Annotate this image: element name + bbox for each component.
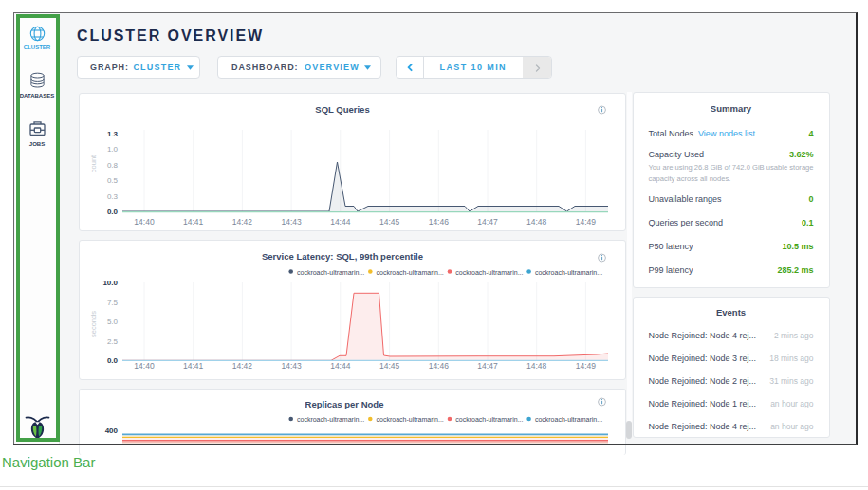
svg-text:10.0: 10.0 xyxy=(102,279,118,287)
svg-text:14:43: 14:43 xyxy=(281,217,302,227)
svg-text:14:47: 14:47 xyxy=(477,361,498,371)
svg-text:0.0: 0.0 xyxy=(107,356,119,365)
svg-text:Replicas per Node: Replicas per Node xyxy=(305,399,384,409)
svg-text:cockroach-ultramarin...: cockroach-ultramarin... xyxy=(455,269,523,276)
svg-text:cockroach-ultramarin...: cockroach-ultramarin... xyxy=(297,269,364,276)
svg-text:14:41: 14:41 xyxy=(183,217,204,227)
svg-text:14:49: 14:49 xyxy=(576,217,597,227)
svg-text:SQL Queries: SQL Queries xyxy=(315,104,369,115)
svg-text:0.8: 0.8 xyxy=(107,161,119,170)
svg-text:2.5: 2.5 xyxy=(107,337,119,346)
svg-text:14:49: 14:49 xyxy=(576,361,597,371)
svg-text:14:46: 14:46 xyxy=(429,217,450,227)
svg-text:cockroach-ultramarin...: cockroach-ultramarin... xyxy=(535,269,602,276)
svg-text:14:46: 14:46 xyxy=(429,361,450,371)
svg-text:0.0: 0.0 xyxy=(107,208,119,216)
svg-text:Service Latency: SQL, 99th per: Service Latency: SQL, 99th percentile xyxy=(262,251,423,262)
svg-text:cockroach-ultramarin...: cockroach-ultramarin... xyxy=(297,416,364,423)
svg-text:7.5: 7.5 xyxy=(107,299,119,307)
svg-text:cockroach-ultramarin...: cockroach-ultramarin... xyxy=(455,416,523,423)
svg-text:1.3: 1.3 xyxy=(107,130,119,138)
svg-text:14:41: 14:41 xyxy=(183,361,204,371)
svg-text:cockroach-ultramarin...: cockroach-ultramarin... xyxy=(535,416,602,423)
svg-text:14:48: 14:48 xyxy=(526,217,547,227)
svg-text:14:45: 14:45 xyxy=(379,361,400,371)
svg-text:1.0: 1.0 xyxy=(107,145,119,154)
svg-text:14:40: 14:40 xyxy=(134,361,155,371)
svg-text:seconds: seconds xyxy=(89,311,98,337)
svg-text:cockroach-ultramarin...: cockroach-ultramarin... xyxy=(377,416,444,423)
svg-text:14:45: 14:45 xyxy=(379,217,400,227)
svg-text:14:48: 14:48 xyxy=(526,361,547,371)
svg-text:0.3: 0.3 xyxy=(107,192,119,201)
svg-text:5.0: 5.0 xyxy=(107,318,119,326)
svg-text:14:47: 14:47 xyxy=(477,217,498,227)
svg-text:14:42: 14:42 xyxy=(232,361,253,371)
svg-text:14:40: 14:40 xyxy=(134,217,155,227)
svg-text:14:44: 14:44 xyxy=(330,217,351,227)
svg-text:cockroach-ultramarin...: cockroach-ultramarin... xyxy=(377,269,444,276)
svg-text:0.5: 0.5 xyxy=(107,176,119,185)
svg-text:14:44: 14:44 xyxy=(330,361,351,371)
svg-text:14:43: 14:43 xyxy=(281,361,302,371)
svg-text:14:42: 14:42 xyxy=(232,217,253,227)
svg-text:count: count xyxy=(89,154,98,172)
svg-text:400: 400 xyxy=(105,426,119,435)
